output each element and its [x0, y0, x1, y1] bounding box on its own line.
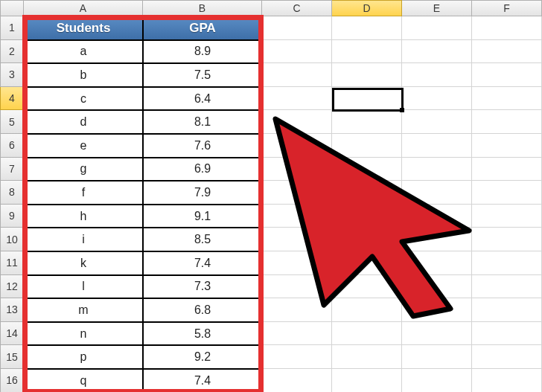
- cell-E10[interactable]: [402, 228, 472, 251]
- cell-C3[interactable]: [262, 63, 332, 87]
- row-header[interactable]: 11: [0, 251, 24, 275]
- cell-B2[interactable]: 8.9: [143, 40, 262, 64]
- column-header-C[interactable]: C: [262, 0, 332, 16]
- cell-C12[interactable]: [262, 275, 332, 299]
- cell-A14[interactable]: n: [24, 322, 143, 346]
- cell-E11[interactable]: [402, 251, 472, 275]
- spreadsheet-grid[interactable]: A B C D E F 1 Students GPA 2a8.93b7.54c6…: [0, 0, 542, 392]
- cell-A3[interactable]: b: [24, 63, 143, 87]
- column-header-B[interactable]: B: [143, 0, 262, 16]
- cell-F8[interactable]: [472, 181, 542, 205]
- cell-B15[interactable]: 9.2: [143, 345, 262, 369]
- cell-F10[interactable]: [472, 228, 542, 251]
- cell-D13[interactable]: [332, 298, 402, 322]
- cell-E16[interactable]: [402, 369, 472, 392]
- cell-E8[interactable]: [402, 181, 472, 205]
- cell[interactable]: [402, 16, 472, 40]
- row-header[interactable]: 5: [0, 110, 24, 134]
- cell-B4[interactable]: 6.4: [143, 87, 262, 111]
- cell-F15[interactable]: [472, 345, 542, 369]
- row-header[interactable]: 4: [0, 87, 24, 111]
- cell-C13[interactable]: [262, 298, 332, 322]
- cell-A2[interactable]: a: [24, 40, 143, 64]
- cell-F11[interactable]: [472, 251, 542, 275]
- cell-B12[interactable]: 7.3: [143, 275, 262, 299]
- row-header[interactable]: 10: [0, 228, 24, 251]
- column-header-D[interactable]: D: [332, 0, 402, 16]
- cell-C7[interactable]: [262, 158, 332, 181]
- cell-D2[interactable]: [332, 40, 402, 64]
- column-header-E[interactable]: E: [402, 0, 472, 16]
- cell-C9[interactable]: [262, 205, 332, 228]
- cell-E12[interactable]: [402, 275, 472, 299]
- cell-F9[interactable]: [472, 205, 542, 228]
- cell-F7[interactable]: [472, 158, 542, 181]
- cell-D8[interactable]: [332, 181, 402, 205]
- cell-D9[interactable]: [332, 205, 402, 228]
- cell-E7[interactable]: [402, 158, 472, 181]
- cell-E15[interactable]: [402, 345, 472, 369]
- row-header[interactable]: 2: [0, 40, 24, 64]
- cell-F3[interactable]: [472, 63, 542, 87]
- cell-F2[interactable]: [472, 40, 542, 64]
- cell-F6[interactable]: [472, 134, 542, 158]
- cell-A9[interactable]: h: [24, 205, 143, 228]
- cell-B8[interactable]: 7.9: [143, 181, 262, 205]
- row-header[interactable]: 12: [0, 275, 24, 299]
- cell[interactable]: [472, 16, 542, 40]
- cell-E5[interactable]: [402, 110, 472, 134]
- cell-C6[interactable]: [262, 134, 332, 158]
- cell-D15[interactable]: [332, 345, 402, 369]
- cell-A11[interactable]: k: [24, 251, 143, 275]
- cell-C2[interactable]: [262, 40, 332, 64]
- cell-E14[interactable]: [402, 322, 472, 346]
- cell-D11[interactable]: [332, 251, 402, 275]
- cell-B6[interactable]: 7.6: [143, 134, 262, 158]
- cell-E2[interactable]: [402, 40, 472, 64]
- cell-F13[interactable]: [472, 298, 542, 322]
- cell-A16[interactable]: q: [24, 369, 143, 392]
- cell-A13[interactable]: m: [24, 298, 143, 322]
- cell-D5[interactable]: [332, 110, 402, 134]
- cell-E4[interactable]: [402, 87, 472, 111]
- cell-C11[interactable]: [262, 251, 332, 275]
- row-header[interactable]: 16: [0, 369, 24, 392]
- cell-E9[interactable]: [402, 205, 472, 228]
- select-all-corner[interactable]: [0, 0, 24, 16]
- cell-B7[interactable]: 6.9: [143, 158, 262, 181]
- cell-C15[interactable]: [262, 345, 332, 369]
- cell-D3[interactable]: [332, 63, 402, 87]
- cell[interactable]: [332, 16, 402, 40]
- cell-C16[interactable]: [262, 369, 332, 392]
- cell-C10[interactable]: [262, 228, 332, 251]
- column-header-A[interactable]: A: [24, 0, 143, 16]
- row-header[interactable]: 6: [0, 134, 24, 158]
- cell-E3[interactable]: [402, 63, 472, 87]
- cell-F4[interactable]: [472, 87, 542, 111]
- row-header[interactable]: 3: [0, 63, 24, 87]
- cell-B9[interactable]: 9.1: [143, 205, 262, 228]
- cell-D14[interactable]: [332, 322, 402, 346]
- cell-D6[interactable]: [332, 134, 402, 158]
- row-header[interactable]: 9: [0, 205, 24, 228]
- cell-D10[interactable]: [332, 228, 402, 251]
- cell-B5[interactable]: 8.1: [143, 110, 262, 134]
- cell-A12[interactable]: l: [24, 275, 143, 299]
- cell-B14[interactable]: 5.8: [143, 322, 262, 346]
- cell[interactable]: [262, 16, 332, 40]
- row-header[interactable]: 8: [0, 181, 24, 205]
- row-header[interactable]: 7: [0, 158, 24, 181]
- cell-C14[interactable]: [262, 322, 332, 346]
- row-header[interactable]: 1: [0, 16, 24, 40]
- cell-D7[interactable]: [332, 158, 402, 181]
- cell-C8[interactable]: [262, 181, 332, 205]
- cell-B11[interactable]: 7.4: [143, 251, 262, 275]
- cell-A1[interactable]: Students: [24, 16, 143, 40]
- cell-C5[interactable]: [262, 110, 332, 134]
- cell-E13[interactable]: [402, 298, 472, 322]
- cell-B1[interactable]: GPA: [143, 16, 262, 40]
- cell-A6[interactable]: e: [24, 134, 143, 158]
- row-header[interactable]: 15: [0, 345, 24, 369]
- cell-A7[interactable]: g: [24, 158, 143, 181]
- cell-E6[interactable]: [402, 134, 472, 158]
